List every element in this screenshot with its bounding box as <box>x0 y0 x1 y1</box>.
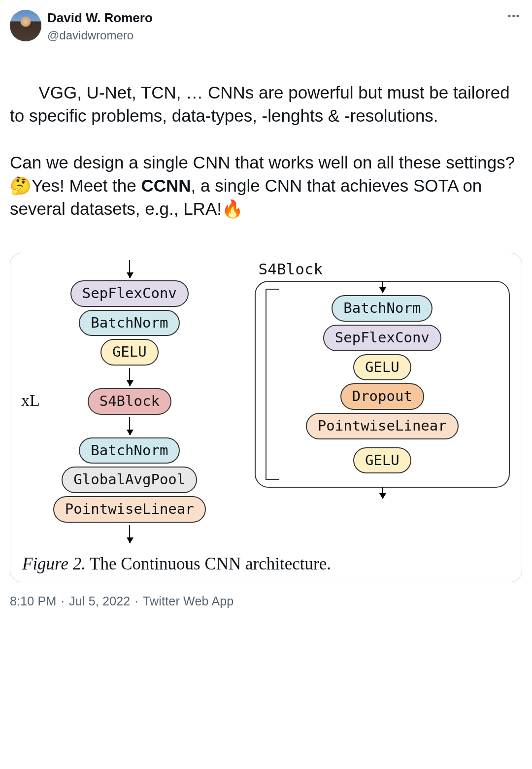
figure-caption: Figure 2. The Continuous CNN architectur… <box>22 553 510 578</box>
tweet-header: David W. Romero @davidwromero ••• <box>10 10 522 43</box>
diagram-block-gelu: GELU <box>100 339 159 366</box>
flow-arrow-icon <box>129 260 130 278</box>
author-block[interactable]: David W. Romero @davidwromero <box>47 10 500 43</box>
author-handle: @davidwromero <box>47 28 500 43</box>
skip-connection-line <box>266 289 279 480</box>
diagram-block-pointwiselinear: PointwiseLinear <box>306 413 459 439</box>
author-name: David W. Romero <box>47 10 500 27</box>
diagram-block-globalavgpool: GlobalAvgPool <box>62 467 197 493</box>
flow-arrow-icon <box>129 525 130 543</box>
flow-arrow-icon <box>382 281 383 293</box>
tweet-bold: CCNN <box>141 176 191 195</box>
diagram-block-batchnorm: BatchNorm <box>79 310 180 336</box>
diagram-block-s4block: S4Block <box>88 388 171 415</box>
diagram-block-dropout: Dropout <box>340 383 424 410</box>
diagram: SepFlexConvBatchNormGELU xL S4Block Batc… <box>22 259 510 548</box>
diagram-block-sepflexconv: SepFlexConv <box>70 280 189 307</box>
fire-emoji: 🔥 <box>222 199 243 218</box>
tweet-text-part1: VGG, U-Net, TCN, … CNNs are powerful but… <box>10 83 515 172</box>
avatar[interactable] <box>10 10 41 41</box>
thinking-emoji: 🤔 <box>10 176 32 195</box>
tweet-date[interactable]: Jul 5, 2022 <box>69 594 131 608</box>
flow-arrow-icon <box>129 368 130 386</box>
diagram-left-column: SepFlexConvBatchNormGELU xL S4Block Batc… <box>22 259 237 544</box>
s4block-title: S4Block <box>259 259 323 279</box>
more-menu-icon[interactable]: ••• <box>506 10 522 23</box>
tweet-container: David W. Romero @davidwromero ••• VGG, U… <box>0 0 532 619</box>
flow-arrow-icon <box>382 487 383 499</box>
diagram-right-column: S4Block BatchNormSepFlexConvGELUDropoutP… <box>255 259 510 500</box>
diagram-block-gelu: GELU <box>353 354 411 381</box>
figure-label: Figure 2. <box>22 554 86 573</box>
s4block-box: BatchNormSepFlexConvGELUDropoutPointwise… <box>255 281 510 488</box>
diagram-block-pointwiselinear: PointwiseLinear <box>53 496 206 523</box>
repeat-xL-label: xL <box>21 390 40 411</box>
tweet-text-part2: Yes! Meet the <box>32 176 141 195</box>
flow-arrow-icon <box>129 417 130 435</box>
diagram-block-batchnorm: BatchNorm <box>79 437 180 464</box>
diagram-block-gelu: GELU <box>353 447 411 474</box>
tweet-media[interactable]: SepFlexConvBatchNormGELU xL S4Block Batc… <box>10 253 522 582</box>
diagram-block-sepflexconv: SepFlexConv <box>323 325 441 351</box>
tweet-time[interactable]: 8:10 PM <box>10 594 57 608</box>
tweet-text: VGG, U-Net, TCN, … CNNs are powerful but… <box>10 58 522 244</box>
tweet-meta: 8:10 PM · Jul 5, 2022 · Twitter Web App <box>10 593 522 609</box>
figure-caption-text: The Continuous CNN architecture. <box>86 554 331 573</box>
tweet-source[interactable]: Twitter Web App <box>143 594 234 608</box>
diagram-block-batchnorm: BatchNorm <box>332 295 432 322</box>
